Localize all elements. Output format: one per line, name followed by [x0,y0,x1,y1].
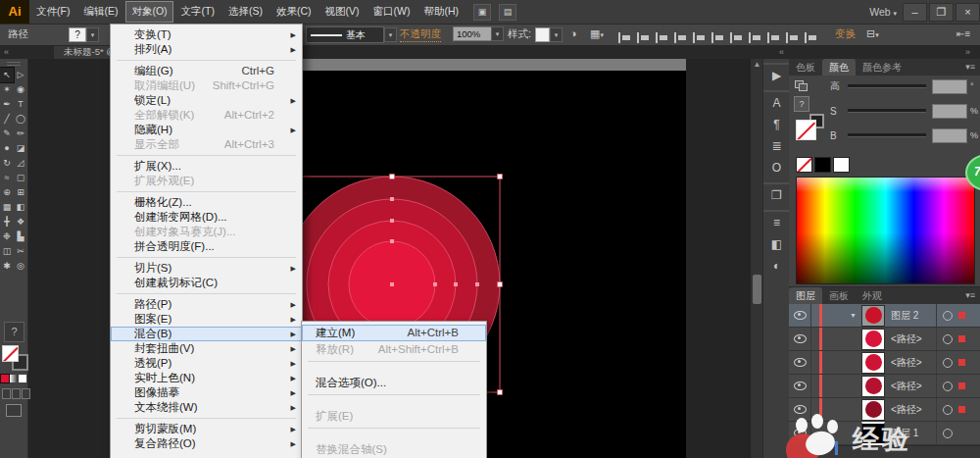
blend-tool[interactable]: ❖ [14,215,27,229]
panel-menu-icon[interactable]: ▾≡ [960,287,980,304]
menu-item[interactable]: 取消编组(U) Shift+Ctrl+G [111,78,302,93]
visibility-cell[interactable] [789,304,811,327]
scale-tool[interactable]: ◿ [14,156,27,171]
vertical-scrollbar[interactable]: ▲ [750,59,763,458]
menu-item[interactable] [111,254,302,261]
stroke-style-dropdown-icon[interactable]: ▾ [384,27,397,42]
panel-collapse-icon[interactable]: » [965,45,970,59]
draw-behind-mode[interactable] [12,388,21,399]
perspective-grid-tool[interactable]: ⊞ [14,185,27,200]
none-button[interactable] [19,375,26,382]
selection-square[interactable] [958,382,965,389]
rotate-tool[interactable]: ↻ [0,156,14,171]
menu-item[interactable] [111,290,302,297]
slider-track[interactable] [848,84,926,88]
color-button[interactable] [1,375,9,382]
layer-name[interactable]: <路径> [891,380,936,393]
tab-swatches[interactable]: 色板 [789,59,822,76]
menu-item[interactable]: 图像描摹 ▶ [111,385,302,400]
paragraph-panel-icon[interactable]: ¶ [763,114,790,135]
document-setup-icon[interactable]: ▦▾ [590,26,604,42]
go-to-bridge-button[interactable]: ▣ [473,4,491,21]
menu-item[interactable]: 创建裁切标记(C) [111,276,302,290]
opacity-input[interactable]: 100% [453,26,493,41]
style-dropdown-icon[interactable]: ▾ [550,27,563,42]
visibility-cell[interactable] [789,375,811,397]
control-panel-menu-icon[interactable]: ⇤≡ [956,26,970,41]
ellipse-tool[interactable]: ◯ [14,112,27,127]
menu-type[interactable]: 文字(T) [175,1,220,23]
menu-edit[interactable]: 编辑(E) [77,1,123,23]
transform-link[interactable]: 变换 [835,27,856,41]
transform-icon[interactable]: ⊟▾ [866,26,879,42]
gradient-tool[interactable]: ◧ [14,200,27,215]
selection-square[interactable] [958,335,965,342]
menu-item[interactable]: 隐藏(H) ▶ [111,123,302,137]
menu-item[interactable]: 混合(B) ▶ [111,327,302,341]
gradient-button[interactable] [10,375,18,382]
selection-square[interactable] [958,359,965,366]
layer-row[interactable]: 图层 1 [789,422,980,445]
slider-value-input[interactable] [932,104,967,119]
character-panel-icon[interactable]: A [763,90,790,114]
opentype-panel-icon[interactable]: O [763,157,790,178]
menu-item[interactable]: 排列(A) ▶ [111,42,302,57]
artboard-tool[interactable]: ◫ [0,244,14,259]
menu-item[interactable]: 创建对象马赛克(J)... [111,225,302,239]
none-swatch[interactable] [796,157,812,173]
slider-value-input[interactable] [932,128,967,143]
selection-square[interactable] [958,406,965,413]
paragraph-styles-panel-icon[interactable]: ≣ [763,135,790,157]
tab-appearance[interactable]: 外观 [856,287,889,304]
distribute-horizontal-left[interactable] [785,32,799,43]
black-swatch[interactable] [814,157,831,173]
line-segment-tool[interactable]: ╱ [0,112,14,127]
pencil-tool[interactable]: ✏ [14,127,27,141]
panel-drag-handle[interactable] [7,62,21,66]
distribute-horizontal-center[interactable] [804,32,817,43]
tab-color[interactable]: 颜色 [822,59,856,76]
menu-item[interactable]: 透视(P) ▶ [111,356,302,371]
free-transform-tool[interactable]: ▢ [14,171,27,185]
menu-item[interactable] [111,415,302,422]
menu-item[interactable]: 释放(R) Alt+Shift+Ctrl+B [302,341,486,358]
visibility-cell[interactable] [789,422,811,444]
width-tool[interactable]: ≈ [0,171,14,185]
ai-logo[interactable]: Ai [0,0,29,24]
mini-fill-stroke-icon[interactable] [795,80,807,90]
layer-name[interactable]: <路径> [891,403,936,417]
symbol-sprayer-tool[interactable]: ❉ [0,229,14,244]
menu-item[interactable]: 剪切蒙版(M) ▶ [111,422,302,436]
restore-button[interactable]: ❐ [929,3,954,22]
slice-tool[interactable]: ✂ [14,244,27,259]
stroke-style-dropdown[interactable]: 基本 [306,26,384,43]
layer-row[interactable]: ▼ 图层 2 [789,304,980,328]
layer-name[interactable]: 图层 2 [891,309,936,323]
close-button[interactable]: × [956,3,980,22]
draw-inside-mode[interactable] [22,388,30,399]
layer-name[interactable]: <路径> [891,332,936,346]
visibility-cell[interactable] [789,328,811,350]
menu-item[interactable]: 显示全部 Alt+Ctrl+3 [111,137,302,152]
eyedropper-tool[interactable]: ╋ [0,215,14,229]
menu-item[interactable]: 复合路径(O) ▶ [111,436,302,451]
color-spectrum[interactable] [796,177,975,284]
scrollbar-thumb[interactable] [753,275,761,304]
menu-item[interactable] [111,152,302,159]
slider-track[interactable] [848,133,926,137]
stroke-panel-icon[interactable]: ≡ [763,210,790,233]
gradient-panel-icon[interactable]: ◧ [763,233,790,255]
target-circle-icon[interactable] [943,311,953,321]
menu-item[interactable]: 创建渐变网格(D)... [111,210,302,225]
target-circle-icon[interactable] [943,382,953,391]
selection-square[interactable] [958,312,965,319]
align-vertical-bottom[interactable] [710,32,724,43]
menu-item[interactable]: 拼合透明度(F)... [111,239,302,254]
layer-row[interactable]: <路径> [789,398,980,422]
slider-value-input[interactable] [932,79,967,94]
zoom-tool[interactable]: ◎ [14,259,27,274]
menu-item[interactable]: 实时上色(N) ▶ [111,371,302,385]
visibility-cell[interactable] [789,398,811,421]
menu-item[interactable] [302,391,486,408]
align-horizontal-right[interactable] [655,32,668,43]
